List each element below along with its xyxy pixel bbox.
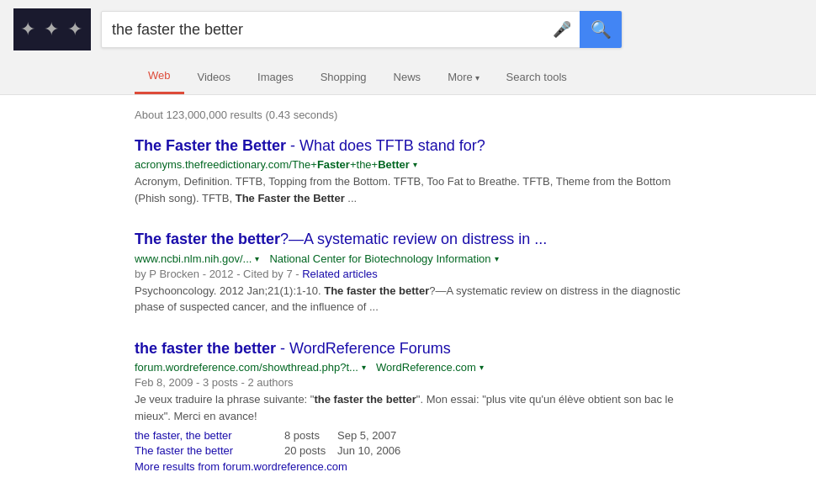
- result-item: the faster the better - WordReference Fo…: [135, 339, 681, 473]
- search-icon: 🔍: [591, 19, 612, 40]
- search-results: About 123,000,000 results (0.43 seconds)…: [0, 95, 816, 504]
- result-snippet: Je veux traduire la phrase suivante: "th…: [135, 391, 681, 424]
- tab-news[interactable]: News: [380, 61, 435, 93]
- sub-result-row: the faster, the better 8 posts Sep 5, 20…: [135, 429, 681, 442]
- result-url-row: forum.wordreference.com/showthread.php?t…: [135, 361, 681, 374]
- result-snippet: Psychooncology. 2012 Jan;21(1):1-10. The…: [135, 283, 681, 316]
- navigation-tabs: Web Videos Images Shopping News More Sea…: [0, 59, 816, 95]
- microphone-icon: 🎤: [553, 21, 571, 38]
- url-extra-dropdown-icon[interactable]: ▾: [480, 363, 484, 372]
- header: ✦ ✦ ✦ 🎤 🔍: [0, 0, 816, 59]
- sub-result-posts: 8 posts: [284, 429, 331, 442]
- result-snippet: Acronym, Definition. TFTB, Topping from …: [135, 173, 681, 206]
- tab-search-tools[interactable]: Search tools: [493, 61, 580, 93]
- result-url: www.ncbi.nlm.nih.gov/...: [135, 252, 252, 265]
- tab-more[interactable]: More: [434, 61, 492, 93]
- result-url: acronyms.thefreedictionary.com/The+Faste…: [135, 158, 410, 171]
- sub-results: the faster, the better 8 posts Sep 5, 20…: [135, 429, 681, 473]
- sub-result-link[interactable]: The faster the better: [135, 444, 278, 457]
- search-bar: 🎤 🔍: [101, 11, 623, 48]
- tab-shopping[interactable]: Shopping: [307, 61, 380, 93]
- tab-images[interactable]: Images: [244, 61, 307, 93]
- result-url: forum.wordreference.com/showthread.php?t…: [135, 361, 358, 374]
- related-articles-link[interactable]: Related articles: [302, 268, 378, 280]
- tab-web[interactable]: Web: [135, 59, 184, 94]
- result-title[interactable]: The Faster the Better - What does TFTB s…: [135, 136, 681, 156]
- result-url-extra: WordReference.com: [376, 361, 476, 374]
- result-stats: About 123,000,000 results (0.43 seconds): [135, 109, 681, 121]
- result-url-extra: National Center for Biotechnology Inform…: [269, 252, 490, 265]
- microphone-button[interactable]: 🎤: [544, 20, 580, 39]
- result-title[interactable]: the faster the better - WordReference Fo…: [135, 339, 681, 358]
- logo-icon: ✦ ✦ ✦: [20, 19, 84, 40]
- sub-result-posts: 20 posts: [284, 444, 331, 457]
- result-title[interactable]: The faster the better?—A systematic revi…: [135, 230, 681, 249]
- url-extra-dropdown-icon[interactable]: ▾: [495, 254, 499, 263]
- more-results-link[interactable]: More results from forum.wordreference.co…: [135, 460, 681, 473]
- result-url-row: www.ncbi.nlm.nih.gov/... ▾ National Cent…: [135, 252, 681, 265]
- result-item: The faster the better?—A systematic revi…: [135, 230, 681, 315]
- url-dropdown-icon[interactable]: ▾: [255, 254, 259, 263]
- logo: ✦ ✦ ✦: [13, 8, 91, 50]
- search-input[interactable]: [102, 12, 544, 47]
- url-dropdown-icon[interactable]: ▾: [413, 160, 417, 169]
- result-meta: by P Brocken - 2012 - Cited by 7 - Relat…: [135, 268, 681, 280]
- sub-result-date: Jun 10, 2006: [337, 444, 400, 457]
- url-dropdown-icon[interactable]: ▾: [362, 363, 366, 372]
- sub-result-link[interactable]: the faster, the better: [135, 429, 278, 442]
- result-meta: Feb 8, 2009 - 3 posts - 2 authors: [135, 376, 681, 389]
- result-url-row: acronyms.thefreedictionary.com/The+Faste…: [135, 158, 681, 171]
- tab-videos[interactable]: Videos: [184, 61, 245, 93]
- result-item: The Faster the Better - What does TFTB s…: [135, 136, 681, 206]
- search-button[interactable]: 🔍: [580, 11, 622, 48]
- sub-result-date: Sep 5, 2007: [337, 429, 396, 442]
- sub-result-row: The faster the better 20 posts Jun 10, 2…: [135, 444, 681, 457]
